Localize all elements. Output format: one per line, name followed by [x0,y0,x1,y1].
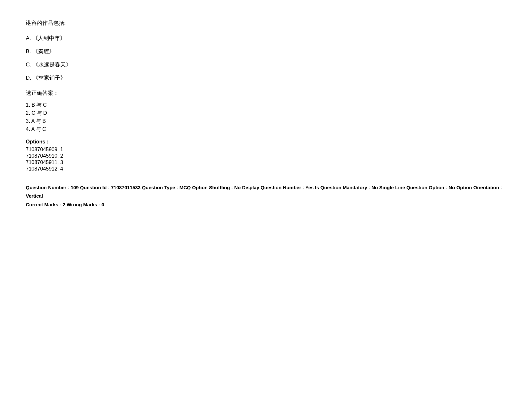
option-a: A. 《人到中年》 [26,34,506,42]
answer-label: 选正确答案： [26,89,506,97]
answer-1-num: 1. [26,102,30,108]
answer-choice-3: 3. A 与 B [26,118,506,125]
option-id-3-val: 3 [60,160,63,165]
answer-4-num: 4. [26,126,30,132]
metadata-line1: Question Number : 109 Question Id : 7108… [26,183,506,200]
option-d-label: D. [26,75,33,81]
option-a-text: 《人到中年》 [33,35,65,41]
answer-choice-4: 4. A 与 C [26,126,506,133]
option-id-3-id: 71087045911. [26,160,59,165]
question-intro: 谌容的作品包括: [26,19,506,27]
option-id-1: 71087045909. 1 [26,147,506,152]
option-c: C. 《永远是春天》 [26,61,506,68]
answer-4-text: A 与 C [31,126,46,132]
answer-2-text: C 与 D [32,110,47,116]
option-id-4: 71087045912. 4 [26,166,506,172]
answer-2-num: 2. [26,110,30,116]
option-c-label: C. [26,62,33,68]
option-id-2-id: 71087045910. [26,153,59,159]
option-id-2-val: 2 [60,153,63,159]
option-id-1-val: 1 [60,147,63,152]
answer-3-num: 3. [26,118,30,124]
options-bold-label: Options： [26,139,506,145]
answer-3-text: A 与 B [31,118,46,124]
answer-choice-1: 1. B 与 C [26,102,506,109]
option-c-text: 《永远是春天》 [33,62,71,68]
option-d: D. 《林家铺子》 [26,74,506,82]
option-id-2: 71087045910. 2 [26,153,506,159]
option-b-label: B. [26,48,33,54]
marks-line: Correct Marks : 2 Wrong Marks : 0 [26,201,506,209]
question-content: 谌容的作品包括: A. 《人到中年》 B. 《秦腔》 C. 《永远是春天》 D.… [26,19,506,209]
options-list: A. 《人到中年》 B. 《秦腔》 C. 《永远是春天》 D. 《林家铺子》 [26,34,506,82]
answers-list: 1. B 与 C 2. C 与 D 3. A 与 B 4. A 与 C [26,102,506,133]
metadata-section: Question Number : 109 Question Id : 7108… [26,183,506,209]
option-b-text: 《秦腔》 [33,48,54,54]
option-a-label: A. [26,35,33,41]
option-id-4-id: 71087045912. [26,166,59,171]
answer-choice-2: 2. C 与 D [26,110,506,117]
answer-1-text: B 与 C [32,102,47,108]
options-section: Options： 71087045909. 1 71087045910. 2 7… [26,139,506,172]
option-id-3: 71087045911. 3 [26,160,506,165]
option-id-1-id: 71087045909. [26,147,59,152]
option-d-text: 《林家铺子》 [33,75,66,81]
option-b: B. 《秦腔》 [26,48,506,55]
option-id-4-val: 4 [60,166,63,171]
